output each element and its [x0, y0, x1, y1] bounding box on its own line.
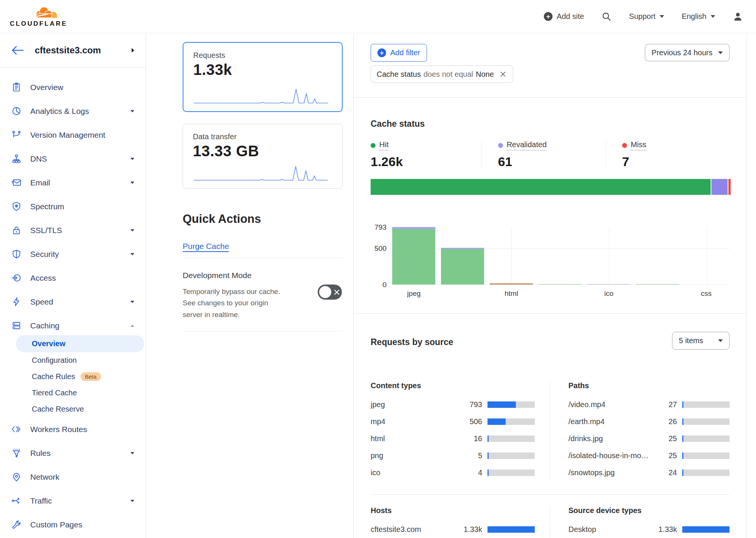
column-hosts: Hostscftestsite3.com1.33k [371, 506, 550, 538]
gridline [511, 227, 512, 285]
metric-label: Requests [193, 51, 332, 60]
requests-by-source-section: Requests by source 5 items Content types… [354, 314, 747, 538]
chart-bar-html[interactable] [490, 283, 533, 285]
purge-cache-link[interactable]: Purge Cache [183, 242, 229, 251]
data-transfer-metric-card[interactable]: Data transfer 13.33 GB [183, 124, 343, 189]
support-menu[interactable]: Support [629, 12, 664, 21]
sidebar-item-speed[interactable]: Speed [0, 290, 146, 314]
list-row-bar [487, 418, 535, 425]
gridline [706, 227, 707, 285]
gridline [390, 249, 730, 249]
time-range-selector[interactable]: Previous 24 hours [645, 44, 730, 61]
sidebar-item-dns[interactable]: DNS [0, 147, 146, 171]
column-content-types: Content typesjpeg793mp4506html16png5ico4 [371, 381, 550, 481]
cloudflare-cloud-icon [32, 6, 61, 19]
cache-stat-label[interactable]: Miss [631, 140, 646, 151]
list-row-jpeg[interactable]: jpeg793 [371, 396, 535, 413]
sidebar-item-spectrum[interactable]: Spectrum [0, 194, 146, 218]
list-row-png[interactable]: png5 [371, 447, 535, 464]
user-account-icon[interactable] [733, 11, 743, 22]
shield-icon [11, 249, 22, 259]
list-row-html[interactable]: html16 [371, 430, 535, 447]
list-row-label: /isolated-house-in-mo… [568, 451, 656, 460]
chevron-down-icon [130, 182, 134, 184]
sidebar-subitem-label: Overview [32, 339, 65, 348]
list-row-cftestsite3-com[interactable]: cftestsite3.com1.33k [371, 521, 535, 538]
list-row-snowtops-jpg[interactable]: /snowtops.jpg24 [568, 464, 730, 481]
source-columns: Content typesjpeg793mp4506html16png5ico4… [371, 381, 730, 481]
sidebar-subitem-overview[interactable]: Overview [16, 335, 144, 352]
sidebar-item-network[interactable]: Network [0, 465, 146, 489]
cache-stat-value: 1.26k [371, 154, 481, 169]
chevron-down-icon [711, 15, 715, 18]
list-row-value: 27 [656, 400, 677, 409]
sidebar-subitem-configuration[interactable]: Configuration [0, 352, 146, 369]
status-dot-icon [622, 143, 627, 148]
list-row-bar-fill [682, 470, 683, 476]
bar-segment-hit [392, 229, 435, 285]
sidebar-item-email[interactable]: Email [0, 171, 146, 194]
list-row-desktop[interactable]: Desktop1.33k [568, 521, 730, 538]
sidebar-item-traffic[interactable]: Traffic [0, 489, 146, 513]
sidebar-item-label: Custom Pages [30, 520, 82, 529]
list-row-label: png [371, 451, 461, 460]
list-row-label: jpeg [371, 400, 461, 409]
remove-filter-icon[interactable] [499, 70, 507, 78]
list-row-label: html [371, 434, 461, 443]
cache-stat-label[interactable]: Hit [379, 140, 388, 151]
clipboard-icon [11, 82, 22, 92]
y-tick-label: 0 [382, 281, 387, 289]
sidebar-subitem-tiered-cache[interactable]: Tiered Cache [0, 385, 146, 401]
add-filter-button[interactable]: + Add filter [371, 44, 427, 62]
chart-bar-jpeg[interactable] [392, 227, 435, 285]
items-count-selector[interactable]: 5 items [672, 332, 730, 350]
chart-bar-png[interactable] [539, 284, 582, 285]
list-row-video-mp4[interactable]: /video.mp427 [568, 396, 730, 413]
sidebar-item-access[interactable]: Access [0, 266, 146, 290]
requests-metric-card[interactable]: Requests 1.33k [183, 42, 343, 112]
list-row-bar-fill [682, 435, 683, 442]
cache-stat-label[interactable]: Revalidated [507, 140, 547, 151]
sidebar-item-custom-pages[interactable]: Custom Pages [0, 513, 146, 536]
column-title: Hosts [371, 506, 535, 515]
funnel-icon [11, 448, 22, 458]
cache-status-stacked-bar [371, 179, 731, 195]
chart-plot-area [390, 227, 730, 285]
development-mode-toggle[interactable] [318, 285, 342, 300]
sidebar-item-ssl-tls[interactable]: SSL/TLS [0, 218, 146, 242]
list-row-mp4[interactable]: mp4506 [371, 413, 535, 430]
list-row-bar-fill [487, 435, 489, 442]
list-row-value: 4 [461, 468, 482, 477]
list-row-value: 5 [461, 451, 482, 460]
chevron-down-icon [130, 301, 134, 303]
chart-bar-slot5[interactable] [636, 284, 679, 285]
list-row-ico[interactable]: ico4 [371, 464, 535, 481]
sidebar-item-rules[interactable]: Rules [0, 441, 146, 465]
back-arrow-icon[interactable] [11, 45, 24, 55]
sidebar-item-overview[interactable]: Overview [0, 75, 146, 99]
list-row-earth-mp4[interactable]: /earth.mp426 [568, 413, 730, 430]
chart-bar-ico[interactable] [587, 284, 630, 285]
cache-stat-revalidated: Revalidated61 [481, 140, 605, 169]
sidebar-item-version-management[interactable]: Version Management [0, 123, 146, 147]
sidebar-item-label: Workers Routes [30, 425, 87, 434]
sidebar-item-security[interactable]: Security [0, 242, 146, 266]
chevron-up-icon [130, 325, 134, 327]
add-site-button[interactable]: + Add site [544, 12, 584, 21]
chevron-right-icon[interactable] [132, 48, 134, 53]
sidebar-subitem-cache-rules[interactable]: Cache RulesBeta [0, 369, 146, 385]
search-icon[interactable] [601, 11, 612, 22]
list-row-drinks-jpg[interactable]: /drinks.jpg25 [568, 430, 730, 447]
sidebar-item-workers-routes[interactable]: Workers Routes [0, 417, 146, 441]
plus-icon: + [377, 48, 386, 57]
sidebar-item-analytics-logs[interactable]: Analytics & Logs [0, 99, 146, 123]
list-row-bar [487, 401, 535, 408]
list-row-isolated-house-in-mo[interactable]: /isolated-house-in-mo…25 [568, 447, 730, 464]
chart-bar-mp4[interactable] [441, 248, 484, 285]
sidebar-subitem-cache-reserve[interactable]: Cache Reserve [0, 401, 146, 417]
filter-pill-cache-status[interactable]: Cache status does not equal None [371, 65, 513, 83]
sidebar-item-caching[interactable]: Caching [0, 314, 146, 337]
list-row-value: 24 [656, 468, 677, 477]
development-mode-title: Development Mode [183, 271, 343, 280]
language-menu[interactable]: English [681, 12, 715, 21]
